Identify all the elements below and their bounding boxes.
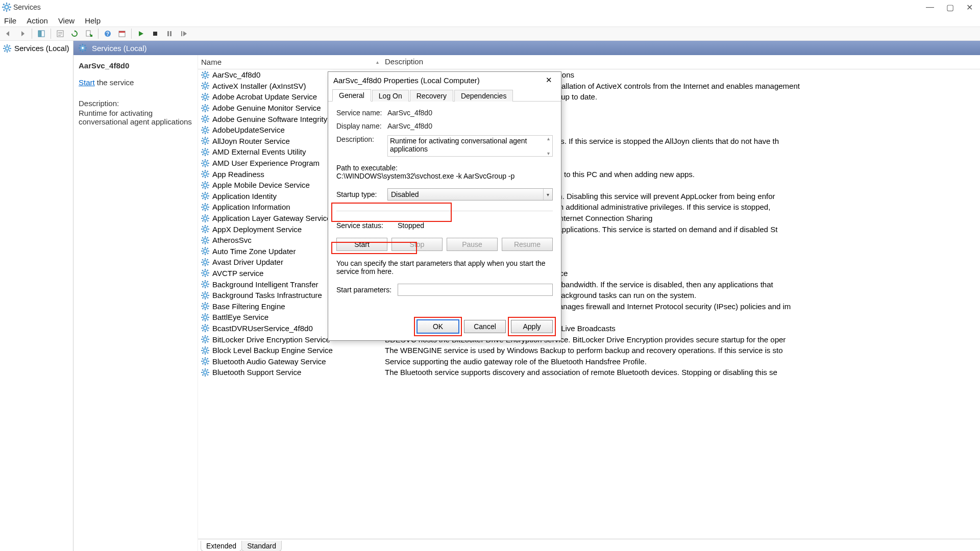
table-row[interactable]: App ReadinessGets apps ready for use the…: [198, 168, 980, 180]
start-params-input[interactable]: [398, 284, 553, 296]
menu-file[interactable]: File: [4, 16, 16, 25]
service-name: Application Layer Gateway Service: [212, 214, 331, 222]
table-row[interactable]: Background Intelligent TransferTransfers…: [198, 279, 980, 290]
table-row[interactable]: Application Layer Gateway ServiceProvide…: [198, 213, 980, 224]
back-button[interactable]: [2, 28, 14, 39]
service-name: AarSvc_4f8d0: [212, 70, 260, 79]
refresh-button[interactable]: [68, 28, 81, 39]
startup-type-combo[interactable]: Disabled ▾: [387, 188, 553, 201]
table-row[interactable]: Base Filtering EngineThe Base Filtering …: [198, 300, 980, 312]
table-row[interactable]: Apple Mobile Device ServiceProvides the …: [198, 180, 980, 191]
table-row[interactable]: AMD User Experience Program: [198, 158, 980, 169]
restart-service-button[interactable]: [178, 28, 190, 39]
services-icon: [2, 3, 11, 12]
table-row[interactable]: AVCTP serviceThis is Audio Video Control…: [198, 268, 980, 279]
forward-button[interactable]: [16, 28, 29, 39]
table-row[interactable]: Application IdentityDetermines and verif…: [198, 191, 980, 202]
table-row[interactable]: Adobe Genuine Software IntegrityAdobe Ge…: [198, 113, 980, 124]
tab-recovery[interactable]: Recovery: [410, 90, 453, 102]
table-row[interactable]: Adobe Acrobat Update ServiceAdobe Acroba…: [198, 91, 980, 103]
table-row[interactable]: Block Level Backup Engine ServiceThe WBE…: [198, 345, 980, 356]
table-row[interactable]: BcastDVRUserService_4f8d0This user servi…: [198, 323, 980, 334]
gear-icon: [201, 192, 209, 200]
sort-asc-icon: ▴: [376, 59, 379, 65]
help-button[interactable]: ?: [102, 28, 114, 39]
service-description: The Bluetooth service supports discovery…: [382, 368, 980, 377]
gear-icon: [201, 170, 209, 178]
table-row[interactable]: AppX Deployment ServiceProvides infrastr…: [198, 223, 980, 235]
tab-dependencies[interactable]: Dependencies: [454, 90, 513, 102]
view-tabs: Extended Standard: [198, 539, 980, 551]
ok-button[interactable]: OK: [417, 320, 459, 333]
view-tab-standard[interactable]: Standard: [241, 541, 282, 551]
service-name: Base Filtering Engine: [212, 302, 285, 311]
table-row[interactable]: Auto Time Zone UpdaterAutomatically sets…: [198, 246, 980, 257]
table-row[interactable]: Bluetooth Support ServiceThe Bluetooth s…: [198, 367, 980, 378]
calendar-icon[interactable]: [116, 28, 128, 39]
col-name-header[interactable]: Name▴: [198, 55, 382, 69]
menu-view[interactable]: View: [58, 16, 75, 25]
export-button[interactable]: [83, 28, 95, 39]
table-row[interactable]: Avast Driver Updater: [198, 257, 980, 268]
stop-service-button[interactable]: [149, 28, 161, 39]
col-description-header[interactable]: Description: [382, 55, 980, 69]
table-row[interactable]: Bluetooth Audio Gateway ServiceService s…: [198, 356, 980, 367]
service-name: AppX Deployment Service: [212, 225, 302, 234]
gear-icon: [201, 93, 209, 101]
service-name: Auto Time Zone Updater: [212, 247, 296, 256]
table-row[interactable]: AdobeUpdateService: [198, 124, 980, 136]
service-name: BattlEye Service: [212, 313, 268, 321]
table-row[interactable]: Application InformationFacilitates the r…: [198, 202, 980, 213]
maximize-button[interactable]: ▢: [946, 3, 954, 12]
properties-button[interactable]: [54, 28, 66, 39]
description-text: Runtime for activating conversational ag…: [79, 109, 192, 126]
table-row[interactable]: Adobe Genuine Monitor Service: [198, 103, 980, 114]
pause-service-button[interactable]: [163, 28, 176, 39]
column-headers: Name▴ Description: [198, 55, 980, 69]
gear-icon: [201, 203, 209, 211]
table-row[interactable]: Background Tasks InfrastructureWindows i…: [198, 290, 980, 301]
service-name-label: Service name:: [336, 109, 387, 117]
table-row[interactable]: AarSvc_4f8d0Runtime for activating conve…: [198, 69, 980, 81]
tree-root-label: Services (Local): [14, 44, 69, 53]
start-link[interactable]: Start: [79, 78, 95, 87]
cancel-button[interactable]: Cancel: [464, 320, 506, 333]
tab-general[interactable]: General: [332, 89, 371, 102]
dlg-pause-button: Pause: [447, 238, 498, 251]
show-hide-tree-button[interactable]: [35, 28, 47, 39]
dialog-close-button[interactable]: ✕: [542, 75, 556, 85]
menubar: File Action View Help: [0, 14, 980, 27]
table-row[interactable]: AMD External Events Utility: [198, 146, 980, 158]
table-row[interactable]: BattlEye Service: [198, 312, 980, 323]
table-row[interactable]: ActiveX Installer (AxInstSV)Provides Use…: [198, 81, 980, 92]
service-name: AMD User Experience Program: [212, 159, 320, 167]
service-description: The WBENGINE service is used by Windows …: [382, 346, 980, 355]
dialog-title: AarSvc_4f8d0 Properties (Local Computer): [333, 76, 480, 85]
view-tab-extended[interactable]: Extended: [201, 541, 242, 551]
service-status-value: Stopped: [398, 221, 424, 230]
table-row[interactable]: AllJoyn Router ServiceRoutes AllJoyn mes…: [198, 136, 980, 147]
menu-help[interactable]: Help: [85, 16, 101, 25]
service-rows[interactable]: AarSvc_4f8d0Runtime for activating conve…: [198, 69, 980, 539]
dlg-start-button[interactable]: Start: [336, 238, 387, 251]
properties-dialog: AarSvc_4f8d0 Properties (Local Computer)…: [328, 71, 561, 341]
tab-log-on[interactable]: Log On: [372, 90, 409, 102]
minimize-button[interactable]: —: [926, 3, 934, 12]
start-service-button[interactable]: [135, 28, 147, 39]
gear-icon: [201, 280, 209, 288]
dlg-description-box[interactable]: Runtime for activating conversational ag…: [387, 135, 553, 157]
service-name: AdobeUpdateService: [212, 126, 285, 134]
desc-scrollbar[interactable]: ▴▾: [544, 136, 552, 156]
table-row[interactable]: AtherosSvc: [198, 235, 980, 246]
table-row[interactable]: BitLocker Drive Encryption ServiceBDESVC…: [198, 334, 980, 345]
tree-root-services-local[interactable]: Services (Local): [0, 43, 73, 54]
gear-icon: [201, 71, 209, 79]
menu-action[interactable]: Action: [27, 16, 48, 25]
display-name-value: AarSvc_4f8d0: [387, 122, 432, 130]
close-button[interactable]: ✕: [966, 3, 973, 12]
service-name: Bluetooth Support Service: [212, 368, 301, 377]
main-header: Services (Local): [74, 41, 980, 55]
apply-button[interactable]: Apply: [511, 320, 553, 333]
services-list: Name▴ Description AarSvc_4f8d0Runtime fo…: [198, 55, 980, 551]
gear-icon: [201, 313, 209, 321]
